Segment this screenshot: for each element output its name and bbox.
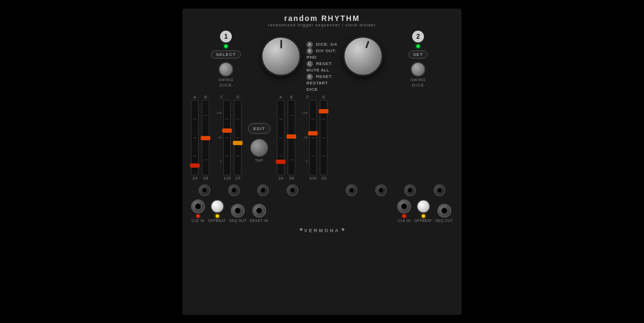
fader-letter-b2: B xyxy=(290,95,293,99)
fader-col-b1: B - 100 - - 50 - - 0 - 1/8 xyxy=(202,95,209,180)
seq-out-1-label: SEQ OUT xyxy=(229,219,247,222)
clk-in-1-label: CLK IN xyxy=(192,219,204,222)
seq-out-1-group: SEQ OUT xyxy=(229,204,247,222)
fader-handle-b2[interactable] xyxy=(287,134,296,139)
clk-in-1-group: CLK IN xyxy=(191,199,205,222)
fader-track-a1[interactable] xyxy=(191,100,199,175)
channel2-led xyxy=(416,45,420,48)
center-info: A DICE: 3/4 B DIV OUT: RND C RESET: MUTE… xyxy=(301,41,343,93)
fader-col-b2: B - 100 - - 50 - - 0 - 1/8 xyxy=(288,95,295,180)
reset-in-jack[interactable] xyxy=(252,204,266,218)
jack-b1-ch2[interactable] xyxy=(375,184,387,196)
big-knob2-container xyxy=(343,36,383,76)
tap-button[interactable] xyxy=(250,138,269,157)
fader-handle-a1[interactable] xyxy=(190,163,200,168)
dice1-label: DICE xyxy=(219,83,232,88)
channel2-faders: A 1/4 B xyxy=(277,95,327,180)
fader-line xyxy=(193,138,196,138)
fader-line xyxy=(236,119,239,119)
fader-track-d2[interactable] xyxy=(320,100,327,175)
channel2-block: 2 SET SWING DICE xyxy=(383,31,453,88)
fader-track-b2[interactable]: - 100 - - 50 - - 0 - xyxy=(288,100,295,175)
swing-knob2[interactable] xyxy=(411,62,426,77)
jack-a1-ch1[interactable] xyxy=(199,184,210,196)
fader-track-b1[interactable]: - 100 - - 50 - - 0 - xyxy=(202,100,209,175)
fader-line xyxy=(225,119,229,119)
jacks-row1 xyxy=(191,184,453,196)
fader-line xyxy=(311,156,314,156)
info-circle-a: A xyxy=(306,41,313,48)
fader-handle-d2[interactable] xyxy=(319,109,328,113)
diamond-right: ◆ xyxy=(341,227,345,232)
jack-col-c1 xyxy=(250,184,277,196)
seq-out-1-jack[interactable] xyxy=(231,204,245,218)
fader-line xyxy=(322,156,325,156)
jack-col-d2 xyxy=(426,184,453,196)
fader-handle-a2[interactable] xyxy=(276,160,286,164)
jack-col-a2 xyxy=(338,184,365,196)
fader-col-a1: A 1/4 xyxy=(191,95,199,180)
led-red-1 xyxy=(196,214,200,218)
fader-line xyxy=(322,119,325,119)
clk-in-2-label: CLK IN xyxy=(398,219,411,222)
fader-letter-a1: A xyxy=(194,95,196,99)
jack-c1-ch1[interactable] xyxy=(257,184,269,196)
fader-track-c2[interactable] xyxy=(309,100,317,175)
fader-line xyxy=(279,138,282,138)
fader-letter-a2: A xyxy=(280,95,282,99)
fader-line xyxy=(204,160,207,160)
channel1-fader-group: A 1/4 B xyxy=(191,95,241,180)
channel1-badge: 1 xyxy=(220,31,232,42)
fader-label-d2: 1/3 xyxy=(321,176,326,180)
set-button[interactable]: SET xyxy=(408,51,428,59)
big-knob1-container xyxy=(261,36,301,76)
clk-in-1-jack[interactable] xyxy=(191,199,205,213)
ch2-jacks xyxy=(338,184,453,196)
jack-b1-ch1[interactable] xyxy=(228,184,240,196)
select-button[interactable]: SELECT xyxy=(211,51,240,59)
offbeat-1-knob[interactable] xyxy=(210,199,224,213)
swing-knob1[interactable] xyxy=(218,62,233,77)
jack-c1-ch2[interactable] xyxy=(404,184,416,196)
fader-track-c1[interactable] xyxy=(223,100,231,175)
offbeat-2-leds xyxy=(422,214,425,218)
offbeat-1-leds xyxy=(216,214,219,218)
fader-track-d1[interactable] xyxy=(234,100,241,175)
led-yellow-2 xyxy=(422,214,425,218)
seq-out-2-group: SEQ OUT xyxy=(435,204,453,222)
offbeat-2-group: OFFBEAT xyxy=(414,199,432,222)
fader-letter-b1: B xyxy=(204,95,207,99)
swing2-label: SWING xyxy=(411,78,426,82)
seq-out-2-label: SEQ OUT xyxy=(435,219,453,222)
jack-d1-ch1[interactable] xyxy=(287,184,298,196)
fader-line xyxy=(290,160,293,160)
big-knob2[interactable] xyxy=(343,36,383,76)
jack-a1-ch2[interactable] xyxy=(346,184,357,196)
seq-out-2-jack[interactable] xyxy=(437,204,451,218)
fader-handle-c1[interactable] xyxy=(222,128,232,133)
reset-in-label: RESET IN xyxy=(250,219,268,222)
info-circle-b: B xyxy=(306,48,313,54)
clk-in-2-leds xyxy=(402,214,406,218)
fader-label-b1: 1/8 xyxy=(203,176,208,180)
clk-in-1-leds xyxy=(196,214,200,218)
clk-in-2-jack[interactable] xyxy=(397,199,411,213)
tap-control: TAP xyxy=(250,138,269,162)
offbeat-2-knob[interactable] xyxy=(416,199,430,213)
channel1-faders: A 1/4 B xyxy=(191,95,241,180)
fader-handle-d1[interactable] xyxy=(233,141,243,145)
fader-line xyxy=(279,119,282,119)
big-knob1[interactable] xyxy=(261,36,301,76)
offbeat-2-label: OFFBEAT xyxy=(414,219,432,222)
faders-section: A 1/4 B xyxy=(191,95,453,180)
dice2-label: DICE xyxy=(412,83,424,88)
fader-line xyxy=(322,138,325,138)
fader-track-a2[interactable] xyxy=(277,100,284,175)
info-line-b: B DIV OUT: RND xyxy=(306,48,338,61)
jack-d1-ch2[interactable] xyxy=(434,184,445,196)
fader-handle-c2[interactable] xyxy=(308,131,318,135)
edit-button[interactable]: EDIT xyxy=(248,123,270,134)
fader-label-a1: 1/4 xyxy=(192,176,197,180)
info-line-d: D RESET: RESTART DICE xyxy=(306,74,338,93)
fader-handle-b1[interactable] xyxy=(201,136,210,140)
